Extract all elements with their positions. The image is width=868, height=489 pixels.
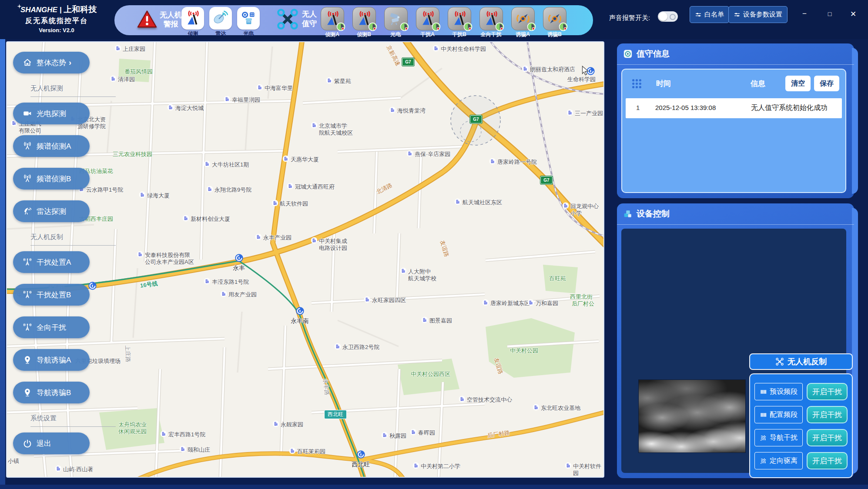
- map-poi-label: 紫星苑: [326, 78, 351, 85]
- start-jam-button-config[interactable]: 开启干扰: [807, 406, 848, 423]
- metro-logo-icon: [356, 450, 365, 459]
- config-band-button[interactable]: 配置频段: [754, 406, 803, 423]
- building-icon: [139, 191, 146, 198]
- status-badge-icon: [463, 22, 473, 31]
- duty-table-header: 时间 信息 清空 保存: [622, 70, 845, 97]
- omni-jammer-icon: [23, 323, 32, 332]
- map-park-label: 番茄风情园: [124, 68, 153, 75]
- status-badge-icon: [336, 22, 345, 31]
- toolbar-tile-spoof-a[interactable]: 诱骗A: [511, 7, 534, 38]
- map-poi-label: 朗丽兹太和府酒店: [522, 66, 575, 73]
- mouse-cursor: [580, 65, 591, 76]
- tile-label: 侦测A: [321, 31, 344, 38]
- sidebar-item-overall-situation[interactable]: 整体态势 ›: [13, 52, 90, 73]
- action-button-label: 开启干扰: [812, 433, 842, 443]
- sidebar-item-label: 频谱侦测A: [37, 141, 71, 151]
- map-poi-label: 海淀大悦城: [167, 105, 204, 112]
- cubes-icon: [623, 209, 633, 219]
- toolbar-tile-optical[interactable]: 光电: [237, 7, 260, 37]
- nav-jam-button[interactable]: 导航干扰: [754, 429, 803, 446]
- toolbar-tile-omni-jam[interactable]: 全向干扰: [479, 7, 503, 38]
- map-poi-label: 永旺家园四区: [364, 297, 406, 304]
- building-icon: [55, 465, 62, 472]
- sidebar-item-spectrum-detect-a[interactable]: 频谱侦测A: [13, 135, 90, 157]
- toolbar-tile-jam-b[interactable]: 干扰B: [448, 7, 471, 38]
- building-icon: [271, 200, 278, 206]
- sidebar-item-optical-detect[interactable]: 光电探测: [13, 103, 90, 124]
- toolbar-tile-optical-2[interactable]: 光电: [384, 7, 407, 38]
- building-icon: [421, 316, 428, 323]
- chevron-right-icon: ›: [69, 58, 71, 67]
- whitelist-button[interactable]: 白名单: [690, 6, 729, 23]
- clear-button[interactable]: 清空: [785, 76, 811, 91]
- drone-counter-panel: 无人机反制 预设频段 开启干扰 配置频段: [749, 353, 853, 478]
- close-button[interactable]: ✕: [848, 10, 859, 19]
- logo-text: SHANGHE: [20, 6, 57, 14]
- sidebar-item-jam-handle-b[interactable]: 干扰处置B: [13, 284, 90, 306]
- directional-repel-button[interactable]: 定向驱离: [754, 452, 803, 469]
- g7-highway-badge: G7: [540, 176, 553, 184]
- map-poi-label: 上庄家园: [114, 46, 145, 53]
- preset-band-button[interactable]: 预设频段: [754, 383, 803, 400]
- map-poi-label: 永丰产业园: [255, 234, 292, 241]
- save-button[interactable]: 保存: [814, 76, 839, 91]
- maximize-button[interactable]: □: [824, 10, 835, 17]
- toolbar-tile-spoof-b[interactable]: 诱骗B: [543, 7, 566, 38]
- row-info: 无人值守系统初始化成功: [751, 103, 828, 113]
- toolbar-tile-detect-b[interactable]: 侦测B: [352, 7, 375, 38]
- sidebar-item-jam-handle-a[interactable]: 干扰处置A: [13, 251, 90, 273]
- sidebar-item-omni-jam[interactable]: 全向干扰: [13, 316, 90, 338]
- start-jam-button-preset[interactable]: 开启干扰: [807, 383, 848, 400]
- unattended-duty-label: 无人 值守: [302, 10, 317, 29]
- minimize-button[interactable]: −: [799, 10, 810, 18]
- drone-alarm-indicator[interactable]: 无人机 警报: [137, 10, 182, 30]
- building-icon: [272, 420, 279, 427]
- building-icon: [565, 462, 572, 469]
- sidebar-item-nav-spoof-a[interactable]: 导航诱骗A: [13, 349, 90, 371]
- map-poi-label: 永翔北路9号院: [206, 186, 251, 193]
- duty-log-row[interactable]: 1 2025-12-05 13:39:08 无人值守系统初始化成功: [626, 98, 842, 118]
- detect-antenna-icon: [184, 10, 201, 27]
- device-params-button[interactable]: 设备参数设置: [728, 6, 788, 23]
- metro-station: 西北旺: [344, 450, 377, 469]
- map-park-label: 西里北街: [570, 293, 593, 300]
- mode-button-label: 定向驱离: [770, 456, 798, 466]
- column-header-info: 信息: [751, 79, 765, 89]
- metro-station-name: 永丰南: [283, 317, 316, 325]
- window-edge: [0, 0, 5, 489]
- drone-counter-title: 无人机反制: [749, 353, 853, 370]
- sidebar-item-nav-spoof-b[interactable]: 导航诱骗B: [13, 382, 90, 403]
- sidebar-item-radar-detect[interactable]: 雷达探测: [13, 200, 90, 222]
- device-params-button-label: 设备参数设置: [743, 10, 782, 19]
- start-jam-button-repel[interactable]: 开启干扰: [807, 452, 848, 469]
- building-icon: [562, 202, 569, 209]
- radar-dish-icon: [212, 10, 229, 27]
- map-poi-label: 秋露园: [381, 432, 406, 439]
- radar-dish-icon: [23, 206, 32, 216]
- map-poi-label: 清泽园: [110, 76, 135, 83]
- jammer-antenna-icon: [23, 290, 32, 299]
- map-poi-label: 东北旺农业基地: [533, 405, 580, 412]
- map-park-label: 中关村公园: [510, 347, 538, 354]
- map-poi-label: 海悦青棠湾: [389, 107, 426, 114]
- toolbar-tile-radar[interactable]: 雷达: [209, 7, 232, 37]
- start-jam-button-nav[interactable]: 开启干扰: [807, 429, 848, 446]
- sidebar-item-spectrum-detect-b[interactable]: 频谱侦测B: [13, 168, 90, 190]
- sidebar-item-exit[interactable]: 退出: [13, 432, 90, 454]
- sound-alarm-toggle[interactable]: [658, 11, 678, 22]
- map-poi-label: 唐家岭路一号院: [489, 159, 537, 166]
- tile-label: 全向干扰: [479, 31, 503, 38]
- toolbar-tile-jam-a[interactable]: 干扰A: [416, 7, 439, 38]
- power-icon: [23, 439, 32, 448]
- map-poi-label: 图景嘉园: [421, 317, 452, 324]
- map-canvas[interactable]: 上庄家园 中关村生命科学园 朗丽兹太和府酒店 清泽园 紫星苑 中海富华里 幸福里…: [6, 41, 604, 478]
- video-camera-icon: [23, 109, 32, 118]
- toolbar-tile-detect[interactable]: 侦测: [181, 7, 204, 37]
- map-poi-label: 永靓家园: [272, 421, 303, 428]
- map-poi-label: 新材料创业大厦: [182, 216, 230, 223]
- map-poi-label: 宏丰西路1号院: [160, 431, 205, 438]
- toolbar-tile-detect-a[interactable]: 侦测A: [321, 7, 344, 38]
- unattended-duty-indicator[interactable]: 无人 值守: [276, 8, 317, 30]
- map-poi-label: 回龙观中心小学: [562, 203, 603, 217]
- sliders-icon: [734, 11, 741, 18]
